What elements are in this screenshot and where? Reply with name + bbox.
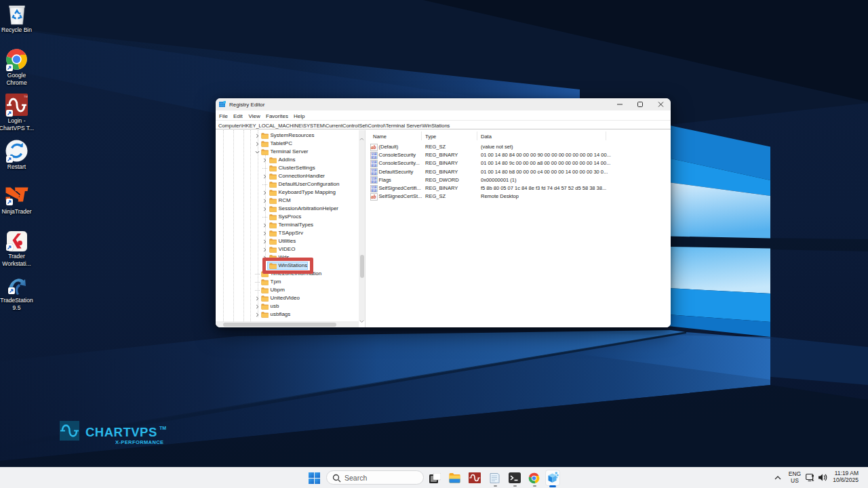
svg-text:010: 010 <box>371 180 377 184</box>
svg-text:ab: ab <box>371 194 376 200</box>
svg-text:X-PERFORMANCE: X-PERFORMANCE <box>115 439 163 445</box>
svg-text:010: 010 <box>371 172 377 176</box>
svg-text:ab: ab <box>371 144 376 150</box>
svg-text:TM: TM <box>159 426 166 430</box>
svg-text:010: 010 <box>371 188 377 192</box>
svg-text:CHARTVPS: CHARTVPS <box>85 425 157 439</box>
svg-text:010: 010 <box>371 155 377 159</box>
svg-text:010: 010 <box>371 163 377 167</box>
svg-text:TM: TM <box>24 95 28 98</box>
